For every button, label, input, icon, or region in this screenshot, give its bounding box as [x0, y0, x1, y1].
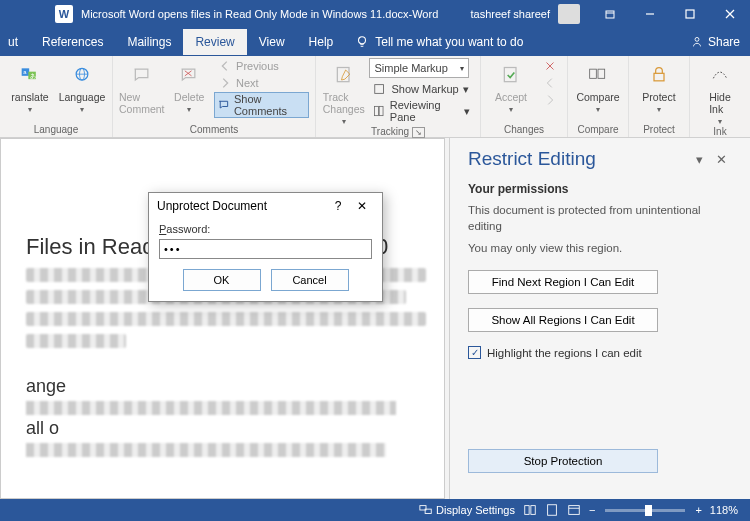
highlight-label: Highlight the regions I can edit: [487, 347, 642, 359]
redacted-text: [26, 443, 386, 457]
close-icon[interactable]: [710, 0, 750, 28]
zoom-out-button[interactable]: −: [589, 504, 595, 516]
tracking-options: Simple Markup▾ Show Markup ▾ Reviewing P…: [369, 58, 474, 124]
previous-comment-button[interactable]: Previous: [214, 58, 309, 74]
pane-options-icon[interactable]: ▾: [688, 152, 710, 167]
delete-label: Delete: [174, 91, 204, 103]
next-change-button[interactable]: [539, 92, 561, 108]
stop-protection-button[interactable]: Stop Protection: [468, 449, 658, 473]
chevron-down-icon: ▾: [460, 64, 464, 73]
dialog-help-icon[interactable]: ?: [326, 199, 350, 213]
view-web-layout-icon[interactable]: [567, 503, 581, 517]
new-comment-button[interactable]: New Comment: [119, 58, 165, 115]
restrict-editing-pane: Restrict Editing ▾ ✕ Your permissions Th…: [449, 138, 750, 499]
tab-mailings[interactable]: Mailings: [115, 29, 183, 55]
svg-rect-22: [380, 106, 384, 115]
view-print-layout-icon[interactable]: [545, 503, 559, 517]
zoom-level-button[interactable]: 118%: [710, 504, 738, 516]
signed-in-user[interactable]: tashreef shareef: [471, 8, 551, 20]
track-changes-button[interactable]: Track Changes ▾: [322, 58, 365, 126]
protect-button[interactable]: Protect ▾: [635, 58, 683, 114]
svg-rect-32: [531, 506, 535, 515]
tell-me-search[interactable]: Tell me what you want to do: [345, 35, 523, 49]
pane-close-icon[interactable]: ✕: [710, 152, 732, 167]
delete-comment-button[interactable]: Delete ▾: [169, 58, 211, 114]
chevron-down-icon: ▾: [342, 117, 346, 126]
reviewing-pane-button[interactable]: Reviewing Pane ▾: [369, 98, 474, 124]
ok-button[interactable]: OK: [183, 269, 261, 291]
chevron-down-icon: ▾: [718, 117, 722, 126]
tab-review[interactable]: Review: [183, 29, 246, 55]
tab-help[interactable]: Help: [297, 29, 346, 55]
user-avatar[interactable]: [558, 4, 580, 24]
dialog-title: Unprotect Document: [157, 199, 326, 213]
translate-button[interactable]: aあ ranslate ▾: [6, 58, 54, 114]
svg-rect-28: [654, 73, 664, 81]
markup-display-select[interactable]: Simple Markup▾: [369, 58, 469, 78]
cancel-button[interactable]: Cancel: [271, 269, 349, 291]
title-bar: W Microsoft Word opens files in Read Onl…: [0, 0, 750, 28]
svg-text:あ: あ: [30, 73, 36, 80]
show-all-regions-button[interactable]: Show All Regions I Can Edit: [468, 308, 658, 332]
translate-icon: aあ: [20, 61, 40, 89]
accept-button[interactable]: Accept ▾: [487, 58, 535, 114]
new-comment-label: New Comment: [119, 91, 165, 115]
chevron-down-icon: ▾: [28, 105, 32, 114]
status-bar: Display Settings − + 118%: [0, 499, 750, 521]
document-filename: Microsoft Word opens files in Read Only …: [81, 8, 409, 20]
tab-references[interactable]: References: [30, 29, 115, 55]
chevron-down-icon: ▾: [187, 105, 191, 114]
svg-rect-34: [569, 506, 580, 515]
dialog-close-icon[interactable]: ✕: [350, 199, 374, 213]
minimize-icon[interactable]: [630, 0, 670, 28]
show-comments-icon: [218, 98, 230, 112]
tell-me-label: Tell me what you want to do: [375, 35, 523, 49]
new-comment-icon: [132, 61, 152, 89]
group-compare-label: Compare: [574, 124, 622, 137]
ribbon-display-options-icon[interactable]: [590, 0, 630, 28]
chevron-down-icon: ▾: [509, 105, 513, 114]
zoom-slider[interactable]: [605, 509, 685, 512]
zoom-in-button[interactable]: +: [695, 504, 701, 516]
show-markup-button[interactable]: Show Markup ▾: [369, 81, 474, 97]
reject-button[interactable]: [539, 58, 561, 74]
tab-layout-cut[interactable]: ut: [2, 29, 30, 55]
previous-icon: [218, 59, 232, 73]
previous-change-button[interactable]: [539, 75, 561, 91]
unprotect-document-dialog: Unprotect Document ? ✕ Password: OK Canc…: [148, 192, 383, 302]
redacted-text: [26, 401, 396, 415]
share-button[interactable]: Share: [690, 35, 740, 49]
accept-label: Accept: [495, 91, 527, 103]
svg-point-9: [695, 37, 699, 41]
language-label: Language: [59, 91, 106, 103]
next-icon: [218, 76, 232, 90]
redacted-text: [26, 312, 426, 326]
language-button[interactable]: Language ▾: [58, 58, 106, 114]
svg-rect-26: [590, 69, 597, 78]
show-markup-icon: [373, 82, 387, 96]
password-input[interactable]: [159, 239, 372, 259]
maximize-icon[interactable]: [670, 0, 710, 28]
delete-comment-icon: [179, 61, 199, 89]
next-comment-button[interactable]: Next: [214, 75, 309, 91]
reviewing-pane-icon: [373, 104, 385, 118]
hide-ink-button[interactable]: Hide Ink ▾: [696, 58, 744, 126]
highlight-regions-checkbox[interactable]: ✓ Highlight the regions I can edit: [468, 346, 732, 359]
reject-icon: [543, 59, 557, 73]
svg-rect-27: [598, 69, 605, 78]
view-read-mode-icon[interactable]: [523, 503, 537, 517]
permissions-text-2: You may only view this region.: [468, 240, 732, 256]
svg-rect-31: [525, 506, 529, 515]
hide-ink-icon: [710, 61, 730, 89]
compare-button[interactable]: Compare ▾: [574, 58, 622, 114]
protect-icon: [649, 61, 669, 89]
checkbox-checked-icon: ✓: [468, 346, 481, 359]
show-comments-button[interactable]: Show Comments: [214, 92, 309, 118]
redacted-text: [26, 334, 126, 348]
next-icon: [543, 93, 557, 107]
permissions-header: Your permissions: [468, 182, 732, 196]
tab-view[interactable]: View: [247, 29, 297, 55]
language-icon: [72, 61, 92, 89]
display-settings-button[interactable]: Display Settings: [419, 503, 515, 517]
find-next-region-button[interactable]: Find Next Region I Can Edit: [468, 270, 658, 294]
